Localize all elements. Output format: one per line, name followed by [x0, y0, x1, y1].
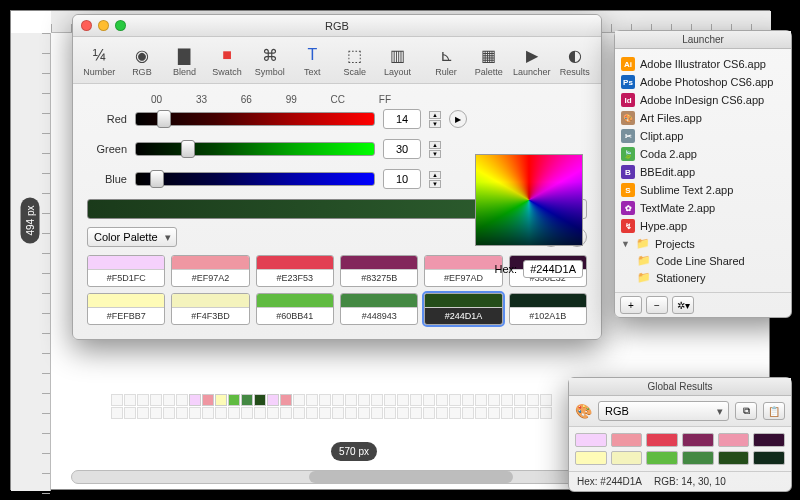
green-slider[interactable] — [135, 142, 375, 156]
palette-dropdown[interactable]: Color Palette — [87, 227, 177, 247]
swatch[interactable]: #60BB41 — [256, 293, 334, 325]
toolbar-layout-button[interactable]: ▥Layout — [379, 43, 416, 77]
clipboard-button[interactable]: 📋 — [763, 402, 785, 420]
hex-value-field[interactable]: #244D1A — [523, 260, 583, 278]
slider-hex-marks: 00336699CCFF — [151, 94, 391, 105]
launcher-item[interactable]: ✂Clipt.app — [619, 127, 787, 145]
launcher-add-button[interactable]: + — [620, 296, 642, 314]
launcher-item[interactable]: PsAdobe Photoshop CS6.app — [619, 73, 787, 91]
result-swatch[interactable] — [575, 433, 607, 447]
swatch[interactable]: #EF97AD — [424, 255, 502, 287]
swatch[interactable]: #EF97A2 — [171, 255, 249, 287]
result-swatch[interactable] — [646, 451, 678, 465]
result-swatch[interactable] — [575, 451, 607, 465]
toolbar-rgb-button[interactable]: ◉RGB — [124, 43, 161, 77]
blue-stepper[interactable]: ▲▼ — [429, 171, 441, 188]
red-slider[interactable] — [135, 112, 375, 126]
toolbar-symbol-button[interactable]: ⌘Symbol — [251, 43, 288, 77]
launcher-remove-button[interactable]: − — [646, 296, 668, 314]
toolbar-blend-button[interactable]: ▇Blend — [166, 43, 203, 77]
launcher-action-menu[interactable]: ✲▾ — [672, 296, 694, 314]
rgb-panel-window: RGB ¼Number◉RGB▇Blend■Swatch⌘SymbolTText… — [72, 14, 602, 340]
minimize-icon[interactable] — [98, 20, 109, 31]
results-swatch-grid — [569, 427, 791, 471]
results-hex-label: Hex: — [577, 476, 598, 487]
launcher-item[interactable]: AiAdobe Illustrator CS6.app — [619, 55, 787, 73]
results-title: Global Results — [569, 378, 791, 396]
result-swatch[interactable] — [682, 451, 714, 465]
ruler-vertical — [11, 33, 51, 491]
app-icon: 🎨 — [575, 403, 592, 419]
green-value-field[interactable] — [383, 139, 421, 159]
swatch[interactable]: #102A1B — [509, 293, 587, 325]
project-item[interactable]: 📁Stationery — [619, 269, 787, 286]
swatch[interactable]: #E23F53 — [256, 255, 334, 287]
result-swatch[interactable] — [718, 433, 750, 447]
result-swatch[interactable] — [611, 433, 643, 447]
green-label: Green — [87, 143, 127, 155]
height-chip: 494 px — [21, 197, 40, 243]
swatch[interactable]: #F4F3BD — [171, 293, 249, 325]
toolbar-text-button[interactable]: TText — [294, 43, 331, 77]
swatch-strip-grid — [111, 394, 552, 419]
result-swatch[interactable] — [646, 433, 678, 447]
launcher-item[interactable]: BBBEdit.app — [619, 163, 787, 181]
global-results-panel: Global Results 🎨 RGB ⧉ 📋 Hex: #244D1A RG… — [568, 377, 792, 492]
zoom-icon[interactable] — [115, 20, 126, 31]
result-swatch[interactable] — [682, 433, 714, 447]
launcher-item[interactable]: ↯Hype.app — [619, 217, 787, 235]
red-stepper[interactable]: ▲▼ — [429, 111, 441, 128]
blue-value-field[interactable] — [383, 169, 421, 189]
launcher-item[interactable]: 🍃Coda 2.app — [619, 145, 787, 163]
color-gamut-picker[interactable] — [475, 154, 583, 246]
close-icon[interactable] — [81, 20, 92, 31]
swatch[interactable]: #FEFBB7 — [87, 293, 165, 325]
results-rgb-label: RGB: — [654, 476, 678, 487]
swatch[interactable]: #448943 — [340, 293, 418, 325]
toolbar-palette-button[interactable]: ▦Palette — [470, 43, 507, 77]
toolbar-launcher-button[interactable]: ▶Launcher — [513, 43, 551, 77]
result-swatch[interactable] — [718, 451, 750, 465]
launcher-item[interactable]: 🎨Art Files.app — [619, 109, 787, 127]
window-title: RGB — [325, 20, 349, 32]
hex-label: Hex: — [495, 263, 518, 275]
toolbar-swatch-button[interactable]: ■Swatch — [209, 43, 246, 77]
projects-folder[interactable]: ▼📁Projects — [619, 235, 787, 252]
titlebar[interactable]: RGB — [73, 15, 601, 37]
blue-label: Blue — [87, 173, 127, 185]
green-stepper[interactable]: ▲▼ — [429, 141, 441, 158]
launcher-panel: Launcher AiAdobe Illustrator CS6.appPsAd… — [614, 30, 792, 318]
swatch[interactable]: #F5D1FC — [87, 255, 165, 287]
toolbar-number-button[interactable]: ¼Number — [81, 43, 118, 77]
toolbar-ruler-button[interactable]: ⊾Ruler — [428, 43, 465, 77]
width-chip: 570 px — [331, 442, 377, 461]
launcher-tree: AiAdobe Illustrator CS6.appPsAdobe Photo… — [615, 49, 791, 292]
toolbar-scale-button[interactable]: ⬚Scale — [337, 43, 374, 77]
result-swatch[interactable] — [753, 451, 785, 465]
result-swatch[interactable] — [753, 433, 785, 447]
launcher-title: Launcher — [615, 31, 791, 49]
launcher-item[interactable]: IdAdobe InDesign CS6.app — [619, 91, 787, 109]
red-value-field[interactable] — [383, 109, 421, 129]
swatch[interactable]: #244D1A — [424, 293, 502, 325]
red-label: Red — [87, 113, 127, 125]
project-item[interactable]: 📁Code Line Shared — [619, 252, 787, 269]
main-toolbar: ¼Number◉RGB▇Blend■Swatch⌘SymbolTText⬚Sca… — [73, 37, 601, 84]
blue-slider[interactable] — [135, 172, 375, 186]
copy-button[interactable]: ⧉ — [735, 402, 757, 420]
swatch[interactable]: #83275B — [340, 255, 418, 287]
play-button[interactable]: ▶ — [449, 110, 467, 128]
launcher-item[interactable]: SSublime Text 2.app — [619, 181, 787, 199]
launcher-item[interactable]: ✿TextMate 2.app — [619, 199, 787, 217]
results-hex-value: #244D1A — [600, 476, 642, 487]
results-rgb-value: 14, 30, 10 — [681, 476, 725, 487]
result-swatch[interactable] — [611, 451, 643, 465]
results-mode-dropdown[interactable]: RGB — [598, 401, 729, 421]
toolbar-results-button[interactable]: ◐Results — [556, 43, 593, 77]
